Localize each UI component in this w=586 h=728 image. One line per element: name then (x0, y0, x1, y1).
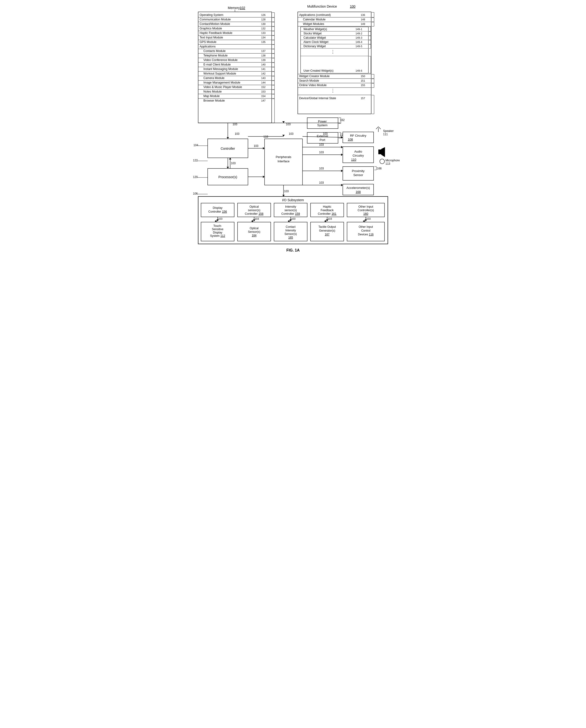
svg-text:149-4: 149-4 (355, 41, 362, 44)
external-port-box (307, 132, 338, 143)
svg-text:134: 134 (261, 36, 266, 39)
svg-marker-173 (227, 137, 229, 139)
svg-text:142: 142 (261, 72, 266, 75)
svg-text:Communication Module: Communication Module (199, 18, 231, 21)
svg-text:Microphone: Microphone (385, 159, 400, 162)
main-diagram: Memory 102 Multifunction Device 100 Oper… (191, 5, 395, 254)
svg-text:139: 139 (261, 58, 266, 61)
svg-text:138: 138 (261, 54, 266, 57)
svg-text:RF Circuitry: RF Circuitry (350, 134, 367, 137)
svg-text:System: System (317, 123, 327, 127)
svg-text:103: 103 (319, 181, 324, 184)
svg-text:103: 103 (289, 132, 293, 135)
svg-text:103: 103 (291, 217, 295, 220)
svg-text:⋮: ⋮ (331, 88, 335, 93)
svg-text:Accelerometer(s): Accelerometer(s) (347, 186, 370, 190)
svg-text:sensor(s): sensor(s) (248, 208, 260, 212)
svg-text:⋮: ⋮ (331, 49, 335, 54)
svg-point-119 (380, 159, 384, 164)
svg-text:Camera Module: Camera Module (204, 76, 224, 80)
svg-text:103: 103 (231, 161, 236, 165)
svg-text:149-3: 149-3 (355, 36, 362, 39)
svg-text:Controller 156: Controller 156 (208, 210, 227, 213)
rf-circuitry-box (343, 132, 374, 143)
svg-text:Haptic: Haptic (323, 205, 331, 208)
svg-text:Calculator Widget: Calculator Widget (303, 36, 326, 40)
svg-text:Device/Global Internal State: Device/Global Internal State (299, 97, 336, 100)
svg-text:166: 166 (377, 167, 382, 170)
svg-text:Controller(s): Controller(s) (358, 208, 374, 212)
svg-text:Display: Display (213, 206, 223, 209)
svg-text:122: 122 (193, 159, 198, 162)
svg-text:Speaker: Speaker (383, 129, 394, 133)
svg-text:136: 136 (361, 14, 365, 16)
multifunction-ref: 100 (350, 4, 355, 8)
svg-text:Sensor(s): Sensor(s) (285, 232, 297, 235)
svg-text:Generator(s): Generator(s) (319, 229, 335, 232)
svg-text:113: 113 (385, 162, 390, 166)
svg-text:162: 162 (340, 119, 345, 122)
multifunction-label: Multifunction Device (307, 4, 337, 8)
svg-text:Browser Module: Browser Module (204, 99, 225, 102)
svg-text:Sensor: Sensor (353, 173, 363, 177)
svg-text:Sensitive: Sensitive (212, 228, 223, 231)
svg-text:Controller 158: Controller 158 (245, 212, 264, 216)
svg-text:Optical: Optical (249, 205, 259, 208)
svg-text:Other Input: Other Input (359, 225, 373, 228)
svg-text:Video Conference Module: Video Conference Module (204, 58, 238, 62)
svg-text:143: 143 (261, 77, 266, 79)
svg-text:128: 128 (261, 18, 266, 21)
svg-text:154: 154 (261, 95, 266, 98)
svg-text:Applications: Applications (199, 45, 215, 48)
svg-text:104: 104 (193, 144, 198, 147)
svg-marker-170 (282, 195, 285, 197)
svg-text:103: 103 (366, 217, 371, 220)
svg-text:151: 151 (361, 79, 365, 82)
svg-text:Workout Support Module: Workout Support Module (204, 72, 236, 75)
svg-text:152: 152 (261, 86, 266, 89)
svg-text:103: 103 (323, 132, 328, 135)
svg-text:165: 165 (288, 236, 293, 239)
svg-text:Online Video Module: Online Video Module (299, 83, 327, 87)
svg-text:168: 168 (355, 190, 361, 194)
svg-text:149-5: 149-5 (355, 45, 362, 48)
svg-text:Weather Widget(s): Weather Widget(s) (303, 27, 327, 31)
svg-text:130: 130 (261, 23, 266, 25)
svg-text:149-1: 149-1 (355, 28, 362, 31)
svg-text:Optical: Optical (249, 227, 258, 230)
svg-marker-175 (282, 121, 285, 123)
svg-text:133: 133 (261, 31, 266, 34)
svg-text:User-Created Widget(s): User-Created Widget(s) (303, 69, 334, 72)
svg-text:167: 167 (325, 233, 329, 236)
svg-text:148: 148 (361, 18, 365, 21)
svg-marker-148 (227, 167, 229, 169)
svg-text:103: 103 (233, 123, 237, 126)
svg-text:141: 141 (261, 68, 266, 71)
svg-text:150: 150 (361, 75, 365, 78)
svg-text:Intensity: Intensity (285, 205, 296, 208)
svg-text:160: 160 (364, 212, 368, 216)
svg-text:Widget Creator Module: Widget Creator Module (299, 75, 330, 78)
svg-text:147: 147 (261, 99, 266, 102)
svg-text:132: 132 (261, 27, 266, 30)
svg-text:157: 157 (361, 97, 365, 100)
svg-text:Circuitry: Circuitry (352, 154, 364, 157)
svg-text:Intensity: Intensity (286, 229, 296, 232)
svg-text:Contacts Module: Contacts Module (204, 49, 226, 53)
svg-text:GPS Module: GPS Module (199, 40, 216, 44)
svg-text:Controller 159: Controller 159 (282, 212, 300, 216)
svg-text:Processor(s): Processor(s) (218, 175, 237, 179)
svg-marker-158 (341, 146, 343, 148)
svg-text:120: 120 (193, 175, 198, 179)
svg-text:111: 111 (383, 133, 388, 136)
svg-text:Touch-: Touch- (213, 224, 222, 228)
memory-ref: 102 (240, 6, 245, 10)
memory-label: Memory (228, 6, 240, 10)
svg-marker-150 (229, 158, 231, 159)
svg-text:Audio: Audio (354, 150, 362, 153)
svg-text:Text Input Module: Text Input Module (199, 36, 223, 39)
svg-text:118: 118 (263, 135, 268, 139)
svg-text:Controller: Controller (221, 147, 235, 150)
svg-text:106: 106 (193, 192, 198, 195)
svg-text:Control: Control (361, 229, 371, 232)
